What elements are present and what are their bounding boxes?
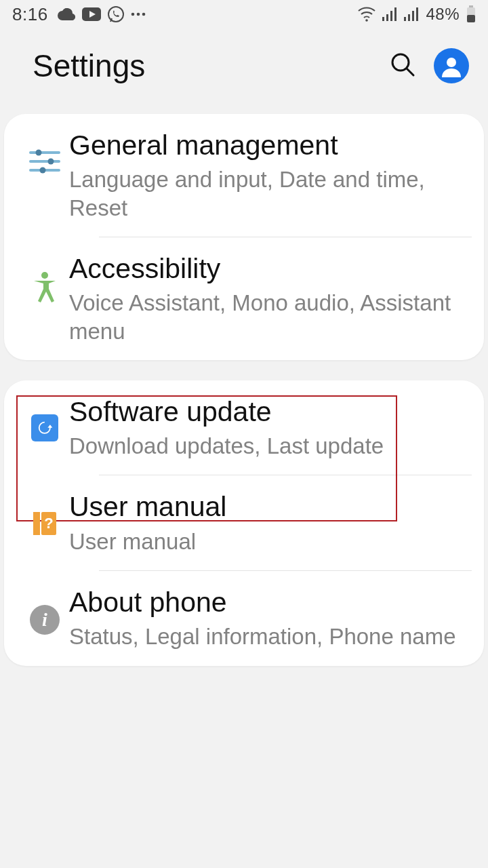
item-general-management[interactable]: General management Language and input, D… [4, 114, 484, 237]
item-subtitle: Voice Assistant, Mono audio, Assistant m… [69, 289, 461, 345]
item-software-update[interactable]: Software update Download updates, Last u… [4, 380, 484, 475]
svg-line-18 [407, 68, 413, 75]
svg-rect-12 [412, 11, 414, 21]
header: Settings [0, 28, 488, 114]
item-title: Software update [69, 395, 461, 428]
sliders-icon [20, 129, 69, 175]
accessibility-icon [20, 252, 69, 302]
svg-point-2 [131, 13, 134, 16]
item-about-phone[interactable]: i About phone Status, Legal information,… [4, 571, 484, 666]
svg-point-4 [142, 13, 145, 16]
svg-point-26 [41, 272, 48, 279]
svg-point-5 [366, 19, 369, 22]
item-title: General management [69, 129, 461, 161]
svg-point-19 [447, 58, 456, 67]
svg-rect-13 [416, 7, 418, 21]
svg-rect-16 [467, 15, 475, 22]
battery-percentage: 48% [426, 5, 460, 24]
settings-group-2: Software update Download updates, Last u… [4, 380, 484, 666]
cloud-icon [58, 8, 75, 20]
svg-rect-11 [408, 14, 410, 21]
battery-icon [466, 5, 476, 23]
search-icon[interactable] [389, 51, 416, 81]
item-subtitle: Download updates, Last update [69, 432, 461, 460]
svg-rect-27 [33, 512, 40, 535]
item-title: About phone [69, 586, 461, 618]
item-accessibility[interactable]: Accessibility Voice Assistant, Mono audi… [4, 237, 484, 360]
page-title: Settings [33, 47, 389, 84]
status-right: 48% [358, 5, 476, 24]
item-title: Accessibility [69, 252, 461, 285]
item-subtitle: User manual [69, 528, 461, 555]
wifi-icon [358, 7, 375, 22]
svg-rect-6 [382, 17, 384, 21]
svg-point-24 [48, 159, 54, 165]
svg-point-3 [136, 13, 140, 16]
status-bar: 8:16 48% [0, 0, 488, 28]
svg-text:?: ? [44, 515, 53, 532]
youtube-icon [82, 7, 101, 21]
settings-group-1: General management Language and input, D… [4, 114, 484, 360]
item-title: User manual [69, 490, 461, 523]
update-icon [20, 395, 69, 441]
status-left: 8:16 [12, 4, 146, 25]
svg-rect-10 [404, 17, 406, 21]
more-dots-icon [131, 12, 146, 16]
book-icon: ? [20, 490, 69, 538]
status-clock: 8:16 [12, 4, 48, 25]
profile-avatar[interactable] [434, 48, 469, 83]
svg-point-25 [40, 167, 46, 174]
svg-rect-8 [390, 11, 392, 21]
whatsapp-icon [108, 6, 124, 22]
info-icon: i [20, 586, 69, 635]
svg-point-23 [36, 150, 42, 156]
svg-rect-9 [394, 7, 396, 21]
item-subtitle: Status, Legal information, Phone name [69, 623, 461, 650]
item-subtitle: Language and input, Date and time, Reset [69, 165, 461, 222]
header-actions [389, 48, 469, 83]
signal-1-icon [382, 7, 397, 21]
svg-rect-14 [469, 5, 473, 7]
item-user-manual[interactable]: ? User manual User manual [4, 475, 484, 570]
svg-rect-7 [386, 14, 388, 21]
signal-2-icon [404, 7, 419, 21]
